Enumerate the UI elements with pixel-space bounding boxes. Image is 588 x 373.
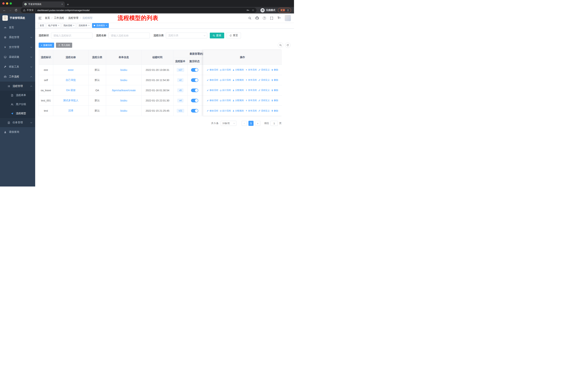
tag-close-icon[interactable]: ×: [88, 24, 89, 27]
sidebar-item-process-model[interactable]: 流程模型: [0, 109, 35, 118]
import-process-button[interactable]: 导入流程: [56, 43, 72, 48]
publish-process-link[interactable]: 发布流程: [245, 89, 257, 92]
form-info-link[interactable]: biubiu: [120, 109, 127, 112]
breadcrumb-workflow[interactable]: 工作流程: [54, 16, 64, 20]
browser-menu-dots-icon[interactable]: ⋮: [287, 9, 289, 12]
process-name-link[interactable]: 测试多审批人: [63, 99, 78, 102]
breadcrumb-process-management[interactable]: 流程管理: [68, 16, 78, 20]
design-process-link[interactable]: ◎ 设计流程: [220, 79, 231, 81]
process-definition-link[interactable]: 流程定义: [258, 79, 270, 81]
delete-link[interactable]: 删除: [271, 68, 278, 71]
design-process-link[interactable]: ◎ 设计流程: [220, 99, 231, 102]
tag-tenant-management[interactable]: 租户管理 ×: [47, 23, 61, 28]
assign-rule-link[interactable]: 分配规则: [232, 99, 244, 102]
search-button[interactable]: 搜索: [210, 33, 224, 39]
fullscreen-icon[interactable]: [270, 17, 273, 20]
form-info-link[interactable]: biubiu: [120, 79, 127, 81]
prev-page-button[interactable]: ‹: [242, 121, 247, 126]
form-info-link[interactable]: biubiu: [120, 69, 127, 71]
delete-link[interactable]: 删除: [271, 99, 278, 102]
toggle-search-button[interactable]: [278, 42, 283, 48]
reload-button[interactable]: [13, 9, 19, 12]
assign-rule-link[interactable]: 分配规则: [232, 68, 244, 71]
goto-page-input[interactable]: [271, 121, 278, 126]
form-info-link[interactable]: /bpm/oa/leave/create: [112, 89, 136, 92]
update-button[interactable]: 更新 ⋮: [278, 8, 291, 13]
user-avatar[interactable]: [285, 15, 291, 21]
publish-process-link[interactable]: 发布流程: [245, 79, 257, 81]
create-process-button[interactable]: + 新建流程: [39, 43, 54, 48]
design-process-link[interactable]: ◎ 设计流程: [220, 109, 231, 112]
process-definition-link[interactable]: 流程定义: [258, 109, 270, 112]
process-name-link[interactable]: eeee: [68, 69, 74, 71]
process-name-link[interactable]: OA 请假: [66, 89, 75, 92]
active-toggle[interactable]: [191, 109, 198, 112]
sidebar-item-infrastructure[interactable]: 基础设施: [0, 52, 35, 62]
breadcrumb-home[interactable]: 首页: [45, 16, 50, 20]
assign-rule-link[interactable]: 分配规则: [232, 89, 244, 92]
sidebar-item-process-form[interactable]: 流程表单: [0, 91, 35, 100]
publish-process-link[interactable]: 发布流程: [245, 68, 257, 71]
edit-process-link[interactable]: 修改流程: [207, 79, 218, 81]
sidebar-item-user-group[interactable]: 用户分组: [0, 100, 35, 109]
bookmark-star-icon[interactable]: ☆: [252, 9, 254, 12]
delete-link[interactable]: 删除: [271, 109, 278, 112]
sidebar-item-home[interactable]: 首页: [0, 23, 35, 32]
edit-process-link[interactable]: 修改流程: [207, 89, 218, 92]
active-toggle[interactable]: [191, 89, 198, 92]
hamburger-icon[interactable]: [38, 17, 42, 20]
tag-close-icon[interactable]: ×: [106, 24, 107, 27]
forward-button[interactable]: →: [8, 9, 13, 12]
sidebar-item-workflow[interactable]: 工作流程: [0, 72, 35, 81]
help-icon[interactable]: ?: [263, 17, 266, 20]
page-size-select[interactable]: 10条/页: [221, 121, 236, 126]
minimize-window-button[interactable]: [6, 2, 8, 5]
design-process-link[interactable]: ◎ 设计流程: [220, 68, 231, 71]
update-label[interactable]: 更新: [280, 9, 285, 12]
tag-close-icon[interactable]: ×: [73, 24, 74, 27]
process-definition-link[interactable]: 流程定义: [258, 99, 270, 102]
close-window-button[interactable]: [2, 2, 5, 5]
publish-process-link[interactable]: 发布流程: [245, 109, 257, 112]
github-icon[interactable]: [256, 17, 259, 20]
edit-process-link[interactable]: 修改流程: [207, 99, 218, 102]
process-key-input[interactable]: [51, 33, 92, 39]
process-name-link[interactable]: 自己审批: [66, 79, 76, 82]
process-category-select[interactable]: 流程分类: [166, 33, 207, 39]
search-icon[interactable]: [248, 17, 251, 20]
address-bar[interactable]: 不安全 dashboard.yudao.iocoder.cn/bpm/manag…: [21, 8, 256, 13]
tab-close-icon[interactable]: ×: [62, 3, 63, 6]
tag-process-model[interactable]: 流程模型 ×: [92, 23, 109, 28]
assign-rule-link[interactable]: 分配规则: [232, 109, 244, 112]
reset-button[interactable]: 重置: [227, 33, 241, 39]
assign-rule-link[interactable]: 分配规则: [232, 79, 244, 81]
back-button[interactable]: ←: [2, 9, 7, 12]
security-warning-icon[interactable]: [23, 9, 26, 11]
new-tab-button[interactable]: +: [67, 3, 69, 6]
edit-process-link[interactable]: 修改流程: [207, 109, 218, 112]
process-name-input[interactable]: [108, 33, 150, 39]
refresh-table-button[interactable]: [285, 42, 291, 48]
sidebar-item-process-management[interactable]: 流程管理: [0, 81, 35, 91]
tag-my-process[interactable]: 我的流程 ×: [62, 23, 76, 28]
browser-tab[interactable]: 芋道管理系统 ×: [22, 1, 65, 7]
security-label[interactable]: 不安全: [27, 9, 34, 12]
delete-link[interactable]: 删除: [271, 89, 278, 92]
publish-process-link[interactable]: 发布流程: [245, 99, 257, 102]
sidebar-item-payment[interactable]: ¥ 支付管理: [0, 42, 35, 52]
design-process-link[interactable]: ◎ 设计流程: [220, 89, 231, 92]
password-key-icon[interactable]: [246, 9, 249, 12]
url-text[interactable]: dashboard.yudao.iocoder.cn/bpm/manager/m…: [37, 9, 89, 12]
form-info-link[interactable]: biubiu: [120, 99, 127, 102]
active-toggle[interactable]: [191, 99, 198, 102]
sidebar-item-devtools[interactable]: 研发工具: [0, 62, 35, 72]
maximize-window-button[interactable]: [10, 2, 12, 5]
tag-close-icon[interactable]: ×: [58, 24, 59, 27]
sidebar-logo[interactable]: 芋道管理系统: [0, 13, 35, 23]
edit-process-link[interactable]: 修改流程: [207, 68, 218, 71]
tag-home[interactable]: 首页: [38, 23, 46, 28]
next-page-button[interactable]: ›: [255, 121, 260, 126]
delete-link[interactable]: 删除: [271, 79, 278, 81]
active-toggle[interactable]: [191, 68, 198, 72]
sidebar-item-leave-query[interactable]: 请假查询: [0, 127, 35, 137]
